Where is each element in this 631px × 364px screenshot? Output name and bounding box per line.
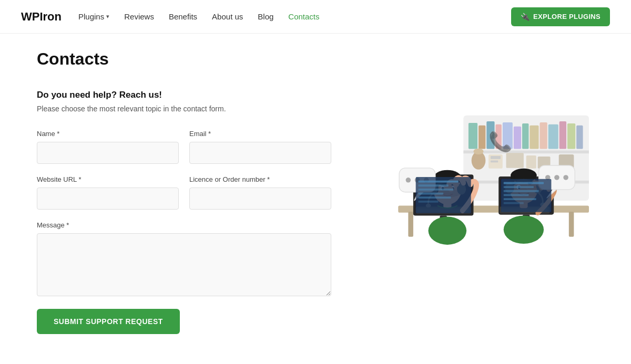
website-field-group: Website URL * — [37, 175, 179, 210]
svg-rect-82 — [418, 196, 451, 199]
svg-rect-80 — [418, 189, 453, 191]
svg-point-54 — [504, 216, 544, 244]
illustration-section: 📞 — [363, 90, 594, 251]
plug-icon: 🔌 — [521, 13, 530, 21]
website-input[interactable] — [37, 188, 179, 210]
main-content: Contacts Do you need help? Reach us! Ple… — [16, 34, 615, 364]
svg-text:📞: 📞 — [488, 130, 513, 153]
svg-rect-15 — [567, 123, 575, 149]
nav-benefits[interactable]: Benefits — [169, 12, 197, 21]
form-row-website-licence: Website URL * Licence or Order number * — [37, 175, 331, 210]
svg-rect-12 — [540, 122, 547, 149]
svg-point-74 — [563, 175, 568, 180]
site-header: WPIron Plugins ▾ Reviews Benefits About … — [0, 0, 631, 34]
nav-plugins[interactable]: Plugins ▾ — [78, 12, 109, 21]
contact-form: Name * Email * Website URL * Li — [37, 130, 331, 334]
svg-point-73 — [554, 175, 559, 180]
svg-point-41 — [429, 216, 467, 244]
website-label: Website URL * — [37, 175, 179, 183]
contact-form-section: Do you need help? Reach us! Please choos… — [37, 90, 331, 334]
nav-reviews[interactable]: Reviews — [124, 12, 154, 21]
licence-label: Licence or Order number * — [189, 175, 331, 183]
name-label: Name * — [37, 130, 179, 138]
svg-rect-21 — [491, 161, 498, 163]
licence-input[interactable] — [189, 188, 331, 210]
site-logo[interactable]: WPIron — [21, 10, 62, 24]
svg-rect-85 — [504, 186, 534, 188]
svg-rect-78 — [418, 181, 458, 183]
chevron-down-icon: ▾ — [106, 13, 109, 20]
svg-rect-10 — [522, 123, 528, 149]
nav-about[interactable]: About us — [212, 12, 243, 21]
explore-plugins-button[interactable]: 🔌 EXPLORE PLUGINS — [511, 7, 610, 26]
svg-rect-9 — [514, 127, 521, 149]
svg-rect-14 — [559, 121, 566, 149]
form-row-name-email: Name * Email * — [37, 130, 331, 164]
submit-support-request-button[interactable]: SUBMIT SUPPORT REQUEST — [37, 309, 180, 334]
nav-contacts[interactable]: Contacts — [288, 12, 319, 21]
svg-rect-28 — [569, 212, 574, 237]
svg-rect-5 — [479, 126, 485, 149]
svg-point-68 — [406, 178, 411, 183]
message-textarea[interactable] — [37, 233, 331, 296]
email-input[interactable] — [189, 142, 331, 164]
svg-point-18 — [473, 149, 483, 154]
email-field-group: Email * — [189, 130, 331, 164]
svg-rect-89 — [504, 202, 524, 204]
licence-field-group: Licence or Order number * — [189, 175, 331, 210]
svg-rect-23 — [526, 155, 536, 169]
form-subtext: Please choose the most relevant topic in… — [37, 105, 331, 113]
svg-rect-81 — [418, 193, 443, 195]
email-label: Email * — [189, 130, 331, 138]
message-label: Message * — [37, 221, 331, 229]
svg-rect-84 — [504, 182, 544, 184]
svg-rect-88 — [504, 198, 536, 200]
main-nav: Plugins ▾ Reviews Benefits About us Blog… — [78, 12, 511, 21]
svg-rect-27 — [408, 212, 413, 237]
svg-rect-20 — [491, 156, 501, 159]
svg-rect-79 — [418, 184, 448, 186]
svg-rect-13 — [548, 124, 558, 149]
svg-rect-11 — [530, 126, 538, 149]
support-illustration: 📞 — [368, 100, 589, 251]
name-input[interactable] — [37, 142, 179, 164]
message-field-group: Message * — [37, 221, 331, 296]
svg-rect-86 — [504, 190, 539, 192]
svg-rect-16 — [576, 126, 583, 149]
form-heading: Do you need help? Reach us! — [37, 90, 331, 100]
svg-rect-22 — [506, 153, 523, 168]
content-row: Do you need help? Reach us! Please choos… — [37, 90, 594, 334]
svg-rect-83 — [418, 201, 438, 203]
name-field-group: Name * — [37, 130, 179, 164]
svg-rect-4 — [469, 123, 477, 149]
page-title: Contacts — [37, 49, 594, 69]
nav-blog[interactable]: Blog — [258, 12, 273, 21]
svg-rect-87 — [504, 194, 529, 196]
